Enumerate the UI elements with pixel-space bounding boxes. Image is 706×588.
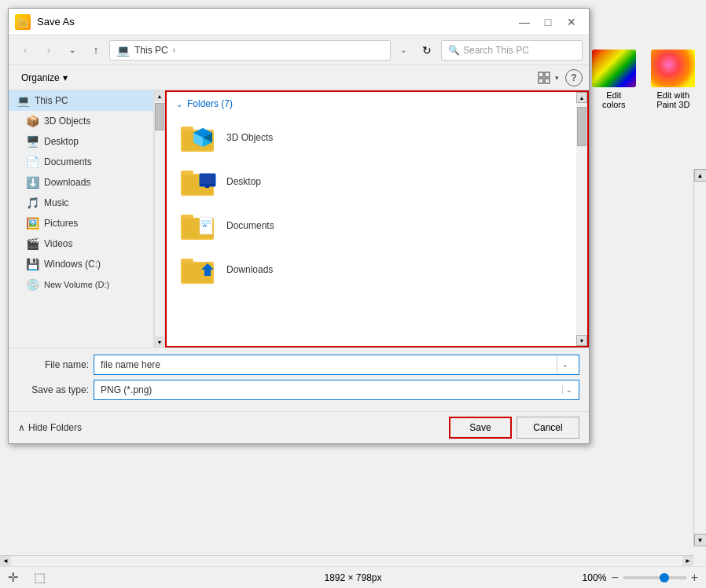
videos-label: Videos: [44, 238, 72, 249]
pictures-icon: 🖼️: [26, 217, 39, 230]
search-box[interactable]: 🔍 Search This PC: [441, 40, 583, 61]
hide-folders-button[interactable]: ∧ Hide Folders: [18, 422, 82, 433]
zoom-slider-thumb[interactable]: [660, 573, 669, 582]
sidebar-scroll-up[interactable]: ▲: [154, 90, 165, 101]
organize-button[interactable]: Organize ▾: [15, 69, 74, 86]
maximize-button[interactable]: □: [537, 11, 559, 33]
svg-rect-1: [17, 18, 24, 21]
edit-paint3d-label: Edit with Paint 3D: [656, 90, 689, 109]
pictures-label: Pictures: [44, 218, 78, 229]
dropdown-recent-button[interactable]: ⌄: [62, 40, 83, 61]
right-scrollbar[interactable]: ▲ ▼: [693, 169, 706, 546]
scroll-down-button[interactable]: ▼: [694, 534, 707, 546]
close-button[interactable]: ✕: [561, 11, 583, 33]
folders-chevron: ⌄: [176, 100, 182, 108]
scroll-right-button[interactable]: ►: [682, 556, 693, 567]
zoom-level-display: 100%: [583, 572, 607, 583]
select-tool-icon[interactable]: ⬚: [34, 570, 46, 585]
edit-colors-label: Edit colors: [602, 90, 625, 109]
svg-rect-6: [545, 79, 550, 83]
edit-colors-button[interactable]: Edit colors: [587, 50, 641, 109]
dialog-icon: [15, 14, 31, 30]
folder-item-documents[interactable]: A Documents: [167, 204, 587, 248]
sidebar-item-downloads[interactable]: ⬇️ Downloads: [9, 172, 153, 193]
file-name-row: File name: file name here ⌄: [18, 355, 579, 375]
zoom-controls: 100% − +: [583, 571, 698, 585]
horizontal-scrollbar[interactable]: ◄ ►: [0, 555, 693, 566]
sidebar-item-new-volume-d[interactable]: 💿 New Volume (D:): [9, 274, 153, 295]
nav-path-text: This PC: [134, 45, 168, 56]
folder-icon-3d-objects: [179, 122, 217, 153]
documents-label: Documents: [44, 156, 92, 167]
move-tool-icon[interactable]: ✛: [8, 570, 18, 585]
scroll-left-button[interactable]: ◄: [0, 556, 11, 567]
folder-icon-documents: A: [179, 210, 217, 241]
this-pc-label: This PC: [35, 95, 68, 106]
sidebar-item-documents[interactable]: 📄 Documents: [9, 152, 153, 172]
zoom-minus-button[interactable]: −: [611, 571, 618, 585]
file-scroll-thumb[interactable]: [577, 107, 586, 146]
sidebar-item-3d-objects[interactable]: 📦 3D Objects: [9, 111, 153, 131]
sidebar-item-pictures[interactable]: 🖼️ Pictures: [9, 213, 153, 233]
folders-header[interactable]: ⌄ Folders (7): [167, 92, 587, 116]
folder-name-documents: Documents: [226, 220, 274, 231]
action-bar: ∧ Hide Folders Save Cancel: [9, 411, 589, 443]
view-dropdown-arrow[interactable]: ▾: [555, 74, 559, 82]
refresh-button[interactable]: ↻: [416, 40, 438, 61]
sidebar-item-desktop[interactable]: 🖥️ Desktop: [9, 131, 153, 152]
new-volume-d-label: New Volume (D:): [44, 280, 109, 289]
sidebar-item-music[interactable]: 🎵 Music: [9, 193, 153, 213]
up-button[interactable]: ↑: [86, 40, 106, 61]
folder-name-3d-objects: 3D Objects: [226, 132, 273, 143]
sidebar-scroll-down[interactable]: ▼: [154, 336, 165, 347]
save-type-dropdown-button[interactable]: ⌄: [562, 386, 572, 394]
zoom-plus-button[interactable]: +: [691, 571, 698, 585]
save-as-dialog: Save As — □ ✕ ‹ › ⌄ ↑ 💻 This PC › ⌄ ↻ 🔍 …: [8, 8, 590, 444]
nav-path-arrow: ›: [173, 46, 175, 54]
file-name-input[interactable]: file name here ⌄: [94, 355, 579, 375]
scroll-up-button[interactable]: ▲: [694, 169, 707, 182]
svg-text:A: A: [202, 222, 207, 229]
sidebar-item-videos[interactable]: 🎬 Videos: [9, 233, 153, 254]
nav-folder-icon: 💻: [116, 44, 130, 57]
sidebar-item-this-pc[interactable]: 💻 This PC: [9, 90, 153, 111]
status-bar: ✛ ⬚ 1892 × 798px 100% − +: [0, 566, 706, 588]
file-name-dropdown-button[interactable]: ⌄: [557, 355, 572, 374]
folder-item-downloads[interactable]: Downloads: [167, 248, 587, 292]
cancel-button[interactable]: Cancel: [517, 417, 579, 439]
folder-item-3d-objects[interactable]: 3D Objects: [167, 116, 587, 160]
downloads-label: Downloads: [44, 177, 90, 188]
edit-paint3d-button[interactable]: Edit with Paint 3D: [647, 50, 700, 109]
file-scroll-down[interactable]: ▼: [576, 335, 587, 346]
sidebar-scroll-thumb[interactable]: [155, 103, 164, 130]
folder-item-desktop[interactable]: Desktop: [167, 160, 587, 204]
3d-objects-icon: 📦: [26, 115, 39, 127]
hide-folders-label: Hide Folders: [28, 422, 82, 433]
nav-bar: ‹ › ⌄ ↑ 💻 This PC › ⌄ ↻ 🔍 Search This PC: [9, 35, 589, 65]
help-button[interactable]: ?: [565, 69, 583, 86]
organize-arrow: ▾: [63, 72, 68, 83]
right-panel: Edit colors Edit with Paint 3D: [580, 43, 706, 169]
forward-button[interactable]: ›: [39, 40, 59, 61]
cancel-label: Cancel: [533, 422, 562, 433]
save-type-row: Save as type: PNG (*.png) ⌄: [18, 380, 579, 400]
save-label: Save: [469, 422, 491, 433]
file-list-scrollbar[interactable]: ▲ ▼: [576, 92, 587, 346]
view-icon: [538, 72, 550, 84]
minimize-button[interactable]: —: [513, 11, 535, 33]
view-button[interactable]: [533, 67, 555, 89]
nav-path[interactable]: 💻 This PC ›: [109, 40, 391, 61]
file-scroll-up[interactable]: ▲: [576, 92, 587, 103]
sidebar-item-windows-c[interactable]: 💾 Windows (C:): [9, 254, 153, 274]
zoom-slider[interactable]: [623, 576, 686, 579]
sidebar-scrollbar[interactable]: ▲ ▼: [154, 90, 165, 347]
save-type-input[interactable]: PNG (*.png) ⌄: [94, 380, 579, 400]
videos-icon: 🎬: [26, 237, 39, 250]
svg-rect-19: [205, 186, 209, 188]
back-button[interactable]: ‹: [15, 40, 35, 61]
file-name-label: File name:: [18, 359, 89, 370]
save-button[interactable]: Save: [449, 417, 512, 439]
hide-folders-chevron: ∧: [18, 422, 25, 433]
file-scroll-track: [576, 103, 587, 335]
nav-path-dropdown-button[interactable]: ⌄: [394, 40, 413, 61]
